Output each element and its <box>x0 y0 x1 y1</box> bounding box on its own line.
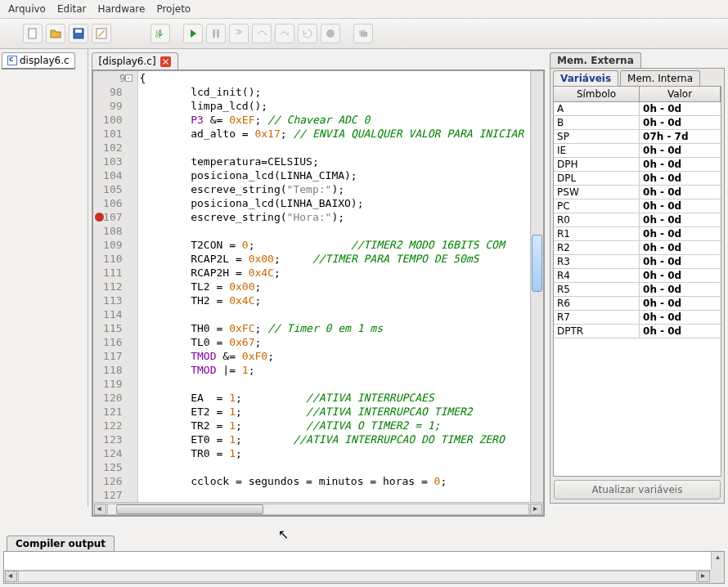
file-tree: display6.c <box>0 49 88 507</box>
svg-rect-6 <box>213 29 215 38</box>
step-into-button[interactable] <box>229 24 249 43</box>
value-cell: 0h - 0d <box>640 269 721 282</box>
table-row[interactable]: R70h - 0d <box>554 311 721 325</box>
tab-compiler-output[interactable]: Compiler output <box>7 535 115 551</box>
symbol-cell: IE <box>554 144 640 157</box>
symbol-cell: R4 <box>554 269 640 282</box>
step-over-button[interactable] <box>252 24 272 43</box>
symbol-cell: DPTR <box>554 325 640 338</box>
table-row[interactable]: R60h - 0d <box>554 297 721 311</box>
compile-button[interactable]: 1001 <box>151 24 170 43</box>
tab-mem-interna[interactable]: Mem. Interna <box>620 70 700 86</box>
value-cell: 0h - 0d <box>640 199 721 213</box>
new-file-button[interactable] <box>23 24 43 43</box>
run-button[interactable] <box>183 24 203 43</box>
table-row[interactable]: R40h - 0d <box>554 269 721 283</box>
scroll-right-icon[interactable] <box>698 571 710 582</box>
symbol-cell: R2 <box>554 241 640 254</box>
toolbar: 1001 <box>0 19 728 49</box>
editor-panel: [display6.c] 97-989910010110210310410510… <box>88 49 548 507</box>
editor-vscrollbar[interactable] <box>530 71 543 502</box>
memory-panel: Mem. Externa Variáveis Mem. Interna Símb… <box>548 49 728 507</box>
output-vscrollbar[interactable]: ▴ <box>711 552 724 570</box>
menu-hardware[interactable]: Hardware <box>97 3 145 15</box>
table-row[interactable]: R30h - 0d <box>554 255 721 269</box>
table-row[interactable]: PSW0h - 0d <box>554 186 721 199</box>
scroll-left-icon[interactable] <box>94 504 106 515</box>
value-cell: 0h - 0d <box>640 186 721 199</box>
c-file-icon <box>7 56 17 65</box>
table-row[interactable]: R00h - 0d <box>554 213 721 227</box>
editor-tab[interactable]: [display6.c] <box>92 52 178 69</box>
menu-arquivo[interactable]: Arquivo <box>8 3 46 15</box>
tab-variaveis[interactable]: Variáveis <box>553 70 618 86</box>
symbol-cell: R0 <box>554 213 640 226</box>
table-row[interactable]: PC0h - 0d <box>554 199 721 213</box>
step-out-button[interactable] <box>275 24 294 43</box>
edit-button[interactable] <box>92 24 111 43</box>
output-hscrollbar[interactable] <box>4 570 711 583</box>
symbol-cell: PC <box>554 199 640 213</box>
menu-projeto[interactable]: Projeto <box>156 3 191 15</box>
symbol-cell: R3 <box>554 255 640 268</box>
close-tab-icon[interactable] <box>160 56 171 67</box>
stack-button[interactable] <box>353 24 373 43</box>
col-symbol[interactable]: Símbolo <box>554 87 640 101</box>
restart-button[interactable] <box>298 24 317 43</box>
value-cell: 0h - 0d <box>640 213 721 226</box>
update-variables-button[interactable]: Atualizar variáveis <box>554 480 721 500</box>
svg-rect-2 <box>75 29 82 33</box>
table-row[interactable]: A0h - 0d <box>554 102 721 116</box>
value-cell: 0h - 0d <box>640 297 721 310</box>
value-cell: 0h - 0d <box>640 311 721 324</box>
file-name: display6.c <box>20 55 70 66</box>
svg-rect-11 <box>361 32 367 37</box>
menu-bar: Arquivo Editar Hardware Projeto <box>0 0 728 19</box>
mouse-cursor-icon: ↖ <box>278 527 289 542</box>
symbol-cell: R1 <box>554 227 640 240</box>
symbol-cell: R7 <box>554 311 640 324</box>
svg-rect-0 <box>29 29 36 38</box>
symbol-cell: B <box>554 116 640 129</box>
pause-button[interactable] <box>206 24 226 43</box>
stop-button[interactable] <box>321 24 340 43</box>
menu-editar[interactable]: Editar <box>57 3 87 15</box>
file-tree-item[interactable]: display6.c <box>2 52 75 69</box>
svg-point-9 <box>326 29 335 38</box>
symbol-cell: DPH <box>554 158 640 171</box>
tab-mem-externa[interactable]: Mem. Externa <box>550 52 641 68</box>
symbol-cell: DPL <box>554 172 640 185</box>
code-area[interactable]: { lcd_init(); limpa_lcd(); P3 &= 0xEF; /… <box>138 71 530 502</box>
value-cell: 0h - 0d <box>640 116 721 129</box>
scroll-left-icon[interactable] <box>5 571 17 582</box>
table-row[interactable]: R20h - 0d <box>554 241 721 255</box>
value-cell: 0h - 0d <box>640 283 721 296</box>
value-cell: 0h - 0d <box>640 172 721 185</box>
value-cell: 0h - 0d <box>640 325 721 338</box>
value-cell: 0h - 0d <box>640 102 721 115</box>
table-row[interactable]: R50h - 0d <box>554 283 721 297</box>
variables-table: Símbolo Valor A0h - 0dB0h - 0dSP07h - 7d… <box>553 86 721 477</box>
symbol-cell: R5 <box>554 283 640 296</box>
scroll-right-icon[interactable] <box>530 504 542 515</box>
value-cell: 0h - 0d <box>640 227 721 240</box>
col-value[interactable]: Valor <box>640 87 721 101</box>
open-file-button[interactable] <box>46 24 65 43</box>
table-row[interactable]: SP07h - 7d <box>554 130 721 144</box>
svg-rect-7 <box>217 29 219 38</box>
line-gutter[interactable]: 97-9899100101102103104105106107108109110… <box>93 71 138 502</box>
table-row[interactable]: IE0h - 0d <box>554 144 721 158</box>
table-row[interactable]: B0h - 0d <box>554 116 721 130</box>
table-row[interactable]: DPTR0h - 0d <box>554 325 721 338</box>
table-row[interactable]: DPH0h - 0d <box>554 158 721 172</box>
table-row[interactable]: R10h - 0d <box>554 227 721 241</box>
svg-point-8 <box>265 34 267 35</box>
value-cell: 0h - 0d <box>640 241 721 254</box>
save-button[interactable] <box>69 24 88 43</box>
table-row[interactable]: DPL0h - 0d <box>554 172 721 186</box>
value-cell: 0h - 0d <box>640 255 721 268</box>
editor-tab-label: [display6.c] <box>99 56 156 67</box>
editor-hscrollbar[interactable] <box>93 502 543 515</box>
symbol-cell: SP <box>554 130 640 143</box>
compiler-output-area[interactable]: ▴ <box>3 551 725 584</box>
